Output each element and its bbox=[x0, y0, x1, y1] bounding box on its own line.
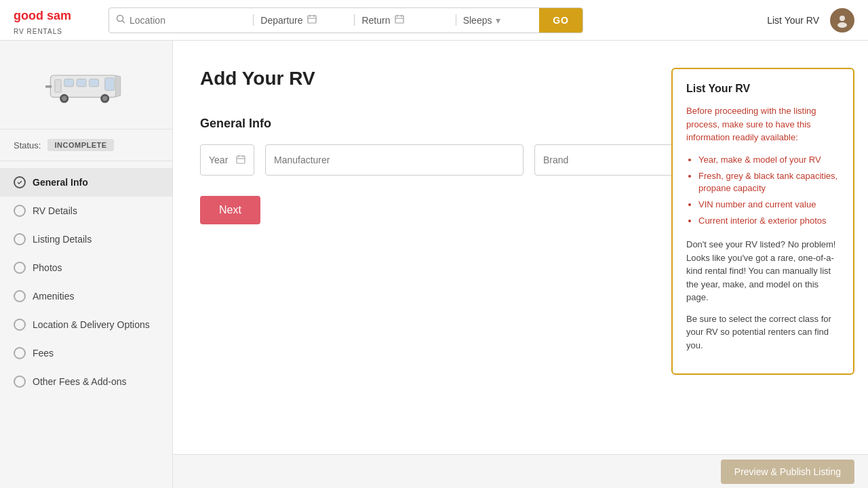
check-circle-rv-details bbox=[14, 205, 26, 217]
svg-text:good sam: good sam bbox=[14, 9, 71, 22]
status-area: Status: INCOMPLETE bbox=[0, 129, 172, 161]
main-layout: Status: INCOMPLETE General Info RV Detai… bbox=[0, 41, 868, 488]
svg-point-20 bbox=[62, 96, 66, 101]
info-list-item-2: Fresh, grey & black tank capacities, pro… bbox=[698, 170, 840, 195]
header-right: List Your RV bbox=[767, 8, 854, 33]
sidebar-label-general-info: General Info bbox=[33, 177, 88, 188]
status-badge: INCOMPLETE bbox=[47, 139, 113, 151]
svg-point-22 bbox=[102, 96, 107, 101]
check-circle-amenities bbox=[14, 290, 26, 302]
sidebar-label-rv-details: RV Details bbox=[33, 205, 77, 216]
svg-rect-24 bbox=[237, 156, 245, 163]
return-field[interactable]: Return bbox=[355, 14, 456, 26]
sidebar-item-other-fees[interactable]: Other Fees & Add-ons bbox=[0, 367, 172, 396]
sidebar-label-photos: Photos bbox=[33, 262, 62, 273]
logo-text: good sam bbox=[14, 5, 88, 28]
sidebar-item-listing-details[interactable]: Listing Details bbox=[0, 225, 172, 253]
sidebar-label-listing-details: Listing Details bbox=[33, 234, 92, 245]
svg-rect-7 bbox=[395, 16, 403, 23]
svg-point-1 bbox=[117, 16, 123, 22]
check-circle-fees bbox=[14, 347, 26, 359]
info-list-item-3: VIN number and current value bbox=[698, 199, 840, 211]
departure-label: Departure bbox=[260, 15, 302, 26]
year-calendar-icon bbox=[236, 155, 245, 166]
search-bar: Departure Return bbox=[108, 7, 583, 33]
bottom-bar: Preview & Publish Listing bbox=[173, 454, 868, 488]
location-input[interactable] bbox=[130, 15, 246, 26]
sidebar-item-location-delivery[interactable]: Location & Delivery Options bbox=[0, 310, 172, 339]
logo: good sam RV Rentals bbox=[14, 5, 88, 35]
status-label: Status: bbox=[14, 140, 41, 150]
search-icon bbox=[116, 14, 125, 26]
svg-rect-3 bbox=[308, 16, 316, 23]
info-panel-list: Year, make & model of your RV Fresh, gre… bbox=[698, 154, 840, 228]
sidebar-label-amenities: Amenities bbox=[33, 291, 74, 302]
sidebar-item-general-info[interactable]: General Info bbox=[0, 168, 172, 197]
return-calendar-icon bbox=[395, 14, 404, 26]
sidebar: Status: INCOMPLETE General Info RV Detai… bbox=[0, 41, 173, 488]
manufacturer-field[interactable] bbox=[265, 144, 524, 176]
svg-line-2 bbox=[123, 21, 125, 24]
info-panel-title: List Your RV bbox=[686, 83, 840, 95]
sidebar-item-rv-details[interactable]: RV Details bbox=[0, 197, 172, 225]
svg-point-12 bbox=[837, 22, 847, 28]
rv-illustration bbox=[45, 61, 127, 108]
return-label: Return bbox=[361, 15, 390, 26]
sleeps-chevron-icon: ▾ bbox=[496, 15, 500, 26]
info-panel-paragraph2: Be sure to select the correct class for … bbox=[686, 312, 840, 352]
check-circle-listing-details bbox=[14, 233, 26, 245]
svg-rect-14 bbox=[105, 78, 115, 90]
sidebar-item-fees[interactable]: Fees bbox=[0, 339, 172, 367]
info-list-item-1: Year, make & model of your RV bbox=[698, 154, 840, 166]
check-circle-other-fees bbox=[14, 375, 26, 388]
preview-publish-button[interactable]: Preview & Publish Listing bbox=[721, 460, 854, 484]
sidebar-navigation: General Info RV Details Listing Details … bbox=[0, 161, 172, 403]
go-button[interactable]: GO bbox=[539, 7, 583, 33]
info-list-item-4: Current interior & exterior photos bbox=[698, 215, 840, 227]
info-panel: List Your RV Before proceeding with the … bbox=[671, 68, 854, 375]
content-area: Add Your RV General Info bbox=[173, 41, 868, 488]
avatar[interactable] bbox=[830, 8, 854, 33]
sidebar-label-fees: Fees bbox=[33, 348, 54, 359]
year-input[interactable] bbox=[209, 155, 232, 165]
svg-rect-23 bbox=[45, 85, 52, 88]
sleeps-selector[interactable]: Sleeps ▾ bbox=[456, 15, 540, 26]
sidebar-label-location-delivery: Location & Delivery Options bbox=[33, 319, 150, 330]
year-field[interactable] bbox=[200, 144, 254, 176]
info-panel-paragraph1: Don't see your RV listed? No problem! Lo… bbox=[686, 238, 840, 304]
header: good sam RV Rentals Departure bbox=[0, 0, 868, 41]
manufacturer-input[interactable] bbox=[274, 155, 515, 165]
svg-rect-16 bbox=[77, 79, 86, 87]
svg-rect-15 bbox=[64, 79, 74, 87]
check-circle-photos bbox=[14, 262, 26, 274]
list-rv-link[interactable]: List Your RV bbox=[767, 15, 819, 26]
sleeps-label: Sleeps bbox=[463, 15, 492, 26]
svg-rect-17 bbox=[90, 79, 99, 87]
sidebar-rv-image bbox=[0, 41, 172, 129]
departure-calendar-icon bbox=[307, 14, 317, 26]
search-location-field[interactable] bbox=[109, 14, 254, 26]
sidebar-label-other-fees: Other Fees & Add-ons bbox=[33, 376, 127, 387]
info-panel-warning: Before proceeding with the listing proce… bbox=[686, 104, 840, 144]
check-circle-general-info bbox=[14, 176, 26, 188]
sidebar-item-photos[interactable]: Photos bbox=[0, 253, 172, 282]
departure-field[interactable]: Departure bbox=[254, 14, 355, 26]
sidebar-item-amenities[interactable]: Amenities bbox=[0, 282, 172, 310]
svg-point-11 bbox=[840, 16, 845, 21]
next-button[interactable]: Next bbox=[200, 196, 260, 224]
check-circle-location-delivery bbox=[14, 319, 26, 331]
svg-rect-18 bbox=[55, 80, 61, 92]
logo-sub: RV Rentals bbox=[14, 28, 88, 35]
